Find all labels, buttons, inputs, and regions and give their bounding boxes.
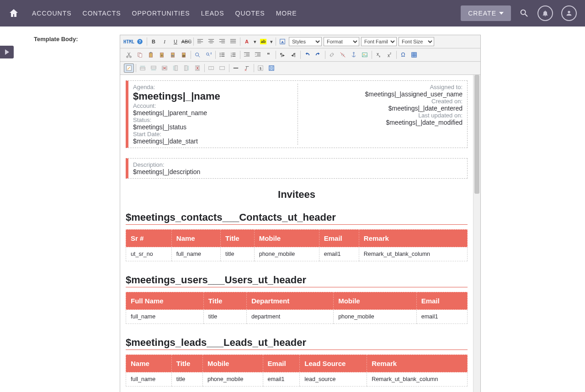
indent-button[interactable] (253, 50, 263, 59)
edit-mode-button[interactable] (124, 64, 134, 73)
paste-word-button[interactable]: W (168, 50, 178, 59)
nav-item-quotes[interactable]: QUOTES (235, 10, 265, 17)
rich-text-editor: HTML ? B I U ABC A ▾ ab ▾ A (120, 35, 481, 392)
find-button[interactable] (192, 50, 202, 59)
nav-item-more[interactable]: MORE (276, 10, 297, 17)
select-all-button[interactable]: A (277, 37, 287, 46)
cut-button[interactable] (124, 50, 134, 59)
assigned-label: Assigned to: (303, 84, 463, 90)
paste-button[interactable] (146, 50, 156, 59)
show-blocks-button[interactable]: § (255, 64, 266, 73)
profile-icon[interactable] (561, 5, 577, 21)
svg-text:3: 3 (231, 55, 232, 58)
bold-button[interactable]: B (149, 37, 159, 46)
svg-rect-35 (412, 53, 417, 58)
anchor-button[interactable] (349, 50, 359, 59)
tbl-row-after-button[interactable] (149, 64, 159, 73)
fontfamily-select[interactable]: Font Family (361, 37, 397, 46)
subscript-button[interactable]: x₂ (373, 50, 383, 59)
superscript-button[interactable]: x² (384, 50, 394, 59)
remove-format-button[interactable] (242, 64, 252, 73)
highlight-button[interactable]: ab (258, 37, 268, 46)
underline-button[interactable]: U (170, 37, 181, 46)
svg-rect-40 (151, 69, 156, 71)
scroll-thumb[interactable] (474, 75, 479, 194)
align-center-button[interactable] (206, 37, 216, 46)
nav-items: ACCOUNTS CONTACTS OPPORTUNITIES LEADS QU… (32, 10, 297, 17)
create-label: CREATE (468, 10, 496, 17)
align-right-button[interactable] (217, 37, 227, 46)
styles-select[interactable]: Styles (289, 37, 322, 46)
nav-item-contacts[interactable]: CONTACTS (83, 10, 121, 17)
special-char-button[interactable]: Ω (398, 50, 408, 59)
redo-button[interactable] (313, 50, 323, 59)
blockquote-button[interactable]: ❝ (264, 50, 274, 59)
editor-body[interactable]: Agenda: $meetings|_|name Account: $meeti… (120, 75, 473, 392)
ltr-button[interactable]: ¶▸ (277, 50, 287, 59)
outdent-button[interactable] (242, 50, 252, 59)
table-header-row: Sr # Name Title Mobile Email Remark (126, 229, 468, 247)
svg-rect-48 (220, 67, 225, 70)
td: email1 (319, 247, 359, 261)
tbl-col-after-button[interactable] (181, 64, 191, 73)
nav-item-leads[interactable]: LEADS (201, 10, 224, 17)
svg-rect-9 (150, 52, 152, 53)
svg-rect-7 (139, 53, 142, 57)
search-icon[interactable] (519, 8, 529, 18)
users-table: Full Name Title Department Mobile Email … (126, 292, 468, 324)
tbl-merge-cells-button[interactable] (217, 64, 227, 73)
home-icon[interactable] (8, 8, 19, 19)
strikethrough-button[interactable]: ABC (181, 37, 191, 46)
svg-rect-24 (221, 56, 224, 57)
align-justify-button[interactable] (228, 37, 238, 46)
hr-button[interactable] (231, 64, 241, 73)
align-left-button[interactable] (195, 37, 205, 46)
svg-rect-22 (221, 54, 224, 55)
editor-toolbar-row3: § (120, 62, 480, 75)
tbl-col-before-button[interactable] (170, 64, 181, 73)
table-button[interactable] (409, 50, 419, 59)
unlink-button[interactable] (338, 50, 348, 59)
fullscreen-button[interactable] (266, 64, 277, 73)
invitees-title: Invitees (126, 189, 468, 201)
th: Sr # (126, 229, 172, 247)
expand-side-tab[interactable] (0, 46, 14, 58)
replace-button[interactable]: B (203, 50, 213, 59)
highlight-dropdown[interactable]: ▾ (269, 37, 274, 46)
format-select[interactable]: Format (324, 37, 359, 46)
agenda-label: Agenda: (133, 84, 293, 90)
paste-text-button[interactable]: T (157, 50, 167, 59)
td: department (247, 310, 334, 324)
th: Email (263, 355, 300, 372)
svg-rect-28 (232, 54, 235, 55)
svg-point-19 (220, 53, 221, 53)
tbl-delete-row-button[interactable] (160, 64, 170, 73)
ordered-list-button[interactable]: 123 (228, 50, 238, 59)
text-color-button[interactable]: A (242, 37, 252, 46)
link-button[interactable] (327, 50, 337, 59)
help-icon[interactable]: ? (135, 37, 145, 46)
text-color-dropdown[interactable]: ▾ (253, 37, 257, 46)
td: email1 (417, 310, 468, 324)
nav-item-opportunities[interactable]: OPPORTUNITIES (132, 10, 190, 17)
th: Remark (367, 355, 468, 372)
tbl-row-before-button[interactable] (138, 64, 148, 73)
image-button[interactable] (360, 50, 370, 59)
editor-scrollbar[interactable]: ▼ (473, 75, 480, 392)
unordered-list-button[interactable] (217, 50, 227, 59)
nav-item-accounts[interactable]: ACCOUNTS (32, 10, 72, 17)
italic-button[interactable]: I (160, 37, 170, 46)
create-button[interactable]: CREATE (461, 5, 511, 21)
notifications-icon[interactable] (537, 5, 553, 21)
th: Full Name (126, 292, 204, 310)
undo-button[interactable] (302, 50, 312, 59)
tbl-split-cells-button[interactable] (206, 64, 216, 73)
th: Title (204, 292, 247, 310)
copy-button[interactable] (135, 50, 145, 59)
tbl-delete-col-button[interactable] (192, 64, 202, 73)
updated-value: $meetings|_|date_modified (303, 119, 463, 126)
paste-special-button[interactable]: @ (179, 50, 189, 59)
fontsize-select[interactable]: Font Size (399, 37, 434, 46)
html-source-button[interactable]: HTML (124, 37, 134, 46)
rtl-button[interactable]: ◂¶ (288, 50, 298, 59)
